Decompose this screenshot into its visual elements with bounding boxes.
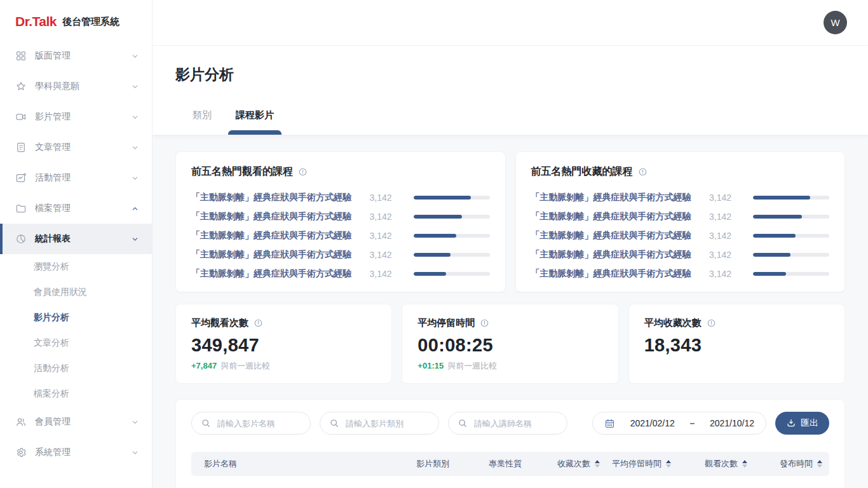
rank-row: 「主動脈剝離」經典症狀與手術方式經驗3,142 xyxy=(191,245,490,264)
sidebar: Dr.Talk 後台管理系統 版面管理學科與意願影片管理文章管理活動管理檔案管理… xyxy=(0,0,153,488)
date-end[interactable]: 2021/10/12 xyxy=(710,418,754,428)
sidebar-subitem-影片分析[interactable]: 影片分析 xyxy=(0,305,152,330)
sidebar-item-文章管理[interactable]: 文章管理 xyxy=(0,132,152,163)
sidebar-item-活動管理[interactable]: 活動管理 xyxy=(0,163,152,193)
course-link[interactable]: 「主動脈剝離」經典症狀與手術方式經驗 xyxy=(191,192,355,203)
course-bar-fill xyxy=(414,234,456,238)
course-link[interactable]: 「主動脈剝離」經典症狀與手術方式經驗 xyxy=(191,249,355,261)
course-bar-fill xyxy=(753,234,796,238)
sidebar-item-版面管理[interactable]: 版面管理 xyxy=(0,41,152,71)
stat-label-row: 平均觀看次數 xyxy=(191,317,376,329)
grid-icon xyxy=(15,50,27,62)
search-icon xyxy=(201,418,211,428)
search-input-lecturer-name[interactable] xyxy=(473,418,559,429)
sidebar-item-label: 統計報表 xyxy=(35,233,131,245)
stat-compare-label: 與前一週比較 xyxy=(220,360,270,372)
info-icon[interactable] xyxy=(707,318,716,328)
rank-row: 「主動脈剝離」經典症狀與手術方式經驗3,142 xyxy=(531,207,830,226)
rank-row: 「主動脈剝離」經典症狀與手術方式經驗3,142 xyxy=(191,226,490,245)
column-label: 收藏次數 xyxy=(557,458,590,470)
stat-label: 平均觀看次數 xyxy=(191,317,248,329)
sort-icon[interactable] xyxy=(595,460,600,468)
rank-row: 「主動脈剝離」經典症狀與手術方式經驗3,142 xyxy=(531,245,830,264)
rank-row: 「主動脈剝離」經典症狀與手術方式經驗3,142 xyxy=(531,264,830,283)
course-link[interactable]: 「主動脈剝離」經典症狀與手術方式經驗 xyxy=(531,230,695,241)
date-start[interactable]: 2021/02/12 xyxy=(630,418,675,428)
sidebar-item-統計報表[interactable]: 統計報表 xyxy=(0,224,152,254)
sidebar-subitem-活動分析[interactable]: 活動分析 xyxy=(0,356,152,381)
course-link[interactable]: 「主動脈剝離」經典症狀與手術方式經驗 xyxy=(191,211,355,222)
sidebar-item-學科與意願[interactable]: 學科與意願 xyxy=(0,71,152,102)
sidebar-item-系統管理[interactable]: 系統管理 xyxy=(0,437,152,468)
rank-row: 「主動脈剝離」經典症狀與手術方式經驗3,142 xyxy=(191,264,490,283)
content: 前五名熱門觀看的課程 「主動脈剝離」經典症狀與手術方式經驗3,142「主動脈剝離… xyxy=(153,135,868,488)
sidebar-item-label: 影片管理 xyxy=(35,111,131,123)
course-count: 3,142 xyxy=(355,269,392,279)
course-link[interactable]: 「主動脈剝離」經典症狀與手術方式經驗 xyxy=(191,230,355,241)
export-button[interactable]: 匯出 xyxy=(775,412,829,435)
column-header-發布時間[interactable]: 發布時間 xyxy=(780,458,829,470)
search-icon xyxy=(458,418,468,428)
course-count: 3,142 xyxy=(695,269,731,279)
info-icon[interactable] xyxy=(254,318,263,328)
column-header-影片類別: 影片類別 xyxy=(416,458,489,470)
course-bar-fill xyxy=(414,253,451,257)
sidebar-subitem-文章分析[interactable]: 文章分析 xyxy=(0,330,152,356)
rank-row: 「主動脈剝離」經典症狀與手術方式經驗3,142 xyxy=(531,188,830,207)
sort-icon[interactable] xyxy=(666,460,671,468)
tab-label: 課程影片 xyxy=(236,109,274,120)
course-link[interactable]: 「主動脈剝離」經典症狀與手術方式經驗 xyxy=(191,268,355,280)
sidebar-item-會員管理[interactable]: 會員管理 xyxy=(0,407,152,437)
sidebar-item-檔案管理[interactable]: 檔案管理 xyxy=(0,193,152,224)
calendar-icon xyxy=(604,418,615,429)
sidebar-subitem-檔案分析[interactable]: 檔案分析 xyxy=(0,381,152,407)
search-input-video-name[interactable] xyxy=(216,418,302,429)
sidebar-item-label: 會員管理 xyxy=(35,416,131,428)
top-viewed-card: 前五名熱門觀看的課程 「主動脈剝離」經典症狀與手術方式經驗3,142「主動脈剝離… xyxy=(175,151,506,292)
search-input-video-category[interactable] xyxy=(344,418,431,429)
sidebar-subitem-瀏覽分析[interactable]: 瀏覽分析 xyxy=(0,254,152,280)
info-icon[interactable] xyxy=(480,318,489,328)
user-avatar[interactable]: W xyxy=(824,11,847,34)
stat-label-row: 平均收藏次數 xyxy=(644,317,829,329)
rank-row: 「主動脈剝離」經典症狀與手術方式經驗3,142 xyxy=(531,226,830,245)
course-link[interactable]: 「主動脈剝離」經典症狀與手術方式經驗 xyxy=(531,211,695,222)
course-count: 3,142 xyxy=(355,250,392,260)
course-bar xyxy=(414,272,490,276)
course-link[interactable]: 「主動脈剝離」經典症狀與手術方式經驗 xyxy=(531,249,695,261)
column-header-收藏次數[interactable]: 收藏次數 xyxy=(557,458,612,470)
search-box-video-category xyxy=(320,412,439,435)
course-bar xyxy=(753,215,829,219)
stat-value: 18,343 xyxy=(644,335,829,356)
chevron-down-icon xyxy=(131,83,139,91)
date-range-picker[interactable]: 2021/02/12 – 2021/10/12 xyxy=(592,412,766,435)
info-icon[interactable] xyxy=(638,167,648,177)
stat-card-平均停留時間: 平均停留時間00:08:25+01:15與前一週比較 xyxy=(402,304,618,384)
sidebar-nav: 版面管理學科與意願影片管理文章管理活動管理檔案管理統計報表瀏覽分析會員使用狀況影… xyxy=(0,41,152,468)
brand: Dr.Talk 後台管理系統 xyxy=(0,0,152,39)
course-count: 3,142 xyxy=(695,250,731,260)
sidebar-subitem-會員使用狀況[interactable]: 會員使用狀況 xyxy=(0,280,152,305)
course-link[interactable]: 「主動脈剝離」經典症狀與手術方式經驗 xyxy=(531,192,695,203)
sort-icon[interactable] xyxy=(742,460,747,468)
info-icon[interactable] xyxy=(298,167,308,177)
tab-類別[interactable]: 類別 xyxy=(193,108,212,135)
sort-icon[interactable] xyxy=(817,460,822,468)
course-bar-fill xyxy=(753,196,810,200)
sidebar-item-影片管理[interactable]: 影片管理 xyxy=(0,102,152,132)
stat-label: 平均停留時間 xyxy=(417,317,475,329)
course-bar-fill xyxy=(753,215,802,219)
date-separator: – xyxy=(689,418,695,428)
chevron-up-icon xyxy=(131,205,139,213)
chevron-down-icon xyxy=(131,174,139,182)
column-header-平均停留時間[interactable]: 平均停留時間 xyxy=(612,458,705,470)
course-link[interactable]: 「主動脈剝離」經典症狀與手術方式經驗 xyxy=(531,268,695,280)
course-bar xyxy=(414,234,490,238)
course-count: 3,142 xyxy=(355,193,392,203)
tab-課程影片[interactable]: 課程影片 xyxy=(236,108,274,135)
column-header-觀看次數[interactable]: 觀看次數 xyxy=(705,458,780,470)
chevron-down-icon xyxy=(131,113,139,121)
top-saved-card: 前五名熱門收藏的課程 「主動脈剝離」經典症狀與手術方式經驗3,142「主動脈剝離… xyxy=(515,151,846,292)
course-bar xyxy=(753,234,829,238)
column-header-專業性質: 專業性質 xyxy=(489,458,557,470)
